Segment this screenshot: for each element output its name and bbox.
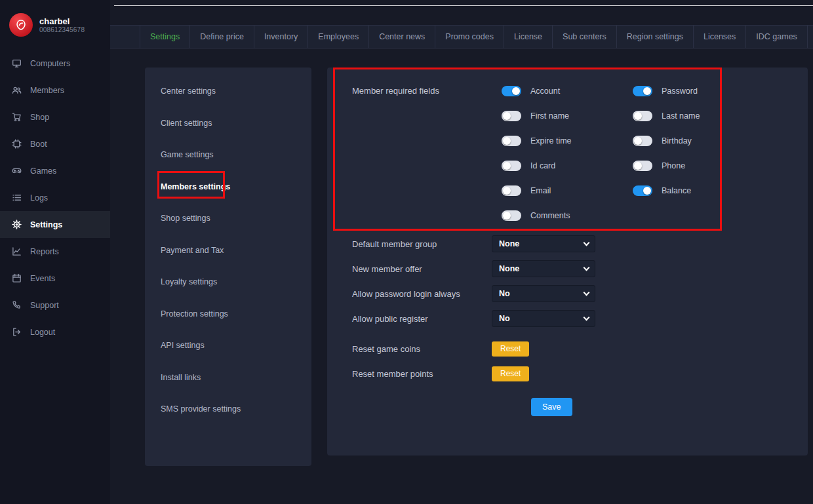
tab-label: Sub centers — [563, 32, 606, 41]
toggle-phone[interactable] — [633, 161, 652, 171]
toggle-knob — [503, 187, 511, 195]
default-member-group-select[interactable]: None — [492, 235, 595, 252]
tab-define-price[interactable]: Define price — [190, 26, 254, 48]
tab-label: Licenses — [704, 32, 736, 41]
toggle-knob — [634, 162, 642, 170]
sidebar-item-events[interactable]: Events — [0, 265, 110, 292]
toggle-password[interactable] — [633, 86, 652, 96]
sidebar-nav: Computers Members Shop Boot Games Logs — [0, 50, 110, 345]
sidebar-item-support[interactable]: Support — [0, 292, 110, 319]
settings-nav-game-settings[interactable]: Game settings — [145, 139, 311, 171]
save-row: Save — [352, 398, 808, 416]
toggle-label: Balance — [662, 186, 691, 195]
settings-nav-api-settings[interactable]: API settings — [145, 330, 311, 362]
logs-list-icon — [11, 193, 22, 203]
settings-nav-client-settings[interactable]: Client settings — [145, 107, 311, 140]
toggle-comments[interactable] — [502, 210, 521, 221]
sidebar-item-reports[interactable]: Reports — [0, 238, 110, 265]
toggle-label: Expire time — [530, 136, 572, 145]
reset-game-coins-button[interactable]: Reset — [492, 341, 529, 357]
games-gamepad-icon — [11, 166, 22, 176]
boot-chip-icon — [11, 139, 22, 149]
toggle-knob — [503, 212, 511, 220]
toggle-label: Password — [662, 87, 698, 96]
tab-idc-games[interactable]: IDC games — [746, 26, 808, 48]
members-icon — [11, 85, 22, 96]
form-row: Allow password login always No — [352, 281, 808, 306]
tab-employees[interactable]: Employees — [308, 26, 369, 48]
settings-nav-payment-and-tax[interactable]: Payment and Tax — [145, 235, 311, 267]
required-field-row: Last name — [633, 108, 764, 124]
form-row: New member offer None — [352, 256, 808, 281]
toggle-birthday[interactable] — [633, 136, 652, 146]
toggle-expire-time[interactable] — [502, 136, 521, 146]
toggle-first-name[interactable] — [502, 111, 521, 121]
sidebar-item-shop[interactable]: Shop — [0, 104, 110, 130]
settings-nav-install-links[interactable]: Install links — [145, 362, 311, 394]
sidebar-item-label: Games — [30, 166, 56, 176]
tab-license[interactable]: License — [504, 26, 553, 48]
toggle-knob — [503, 137, 511, 145]
tab-promo-codes[interactable]: Promo codes — [435, 26, 504, 48]
toggle-email[interactable] — [502, 185, 521, 196]
tab-inventory[interactable]: Inventory — [254, 26, 308, 48]
required-field-row: Comments — [502, 208, 633, 223]
new-member-offer-select[interactable]: None — [492, 260, 595, 277]
tab-region-settings[interactable]: Region settings — [617, 26, 694, 48]
tab-label: Region settings — [627, 32, 683, 41]
settings-nav-sms-provider-settings[interactable]: SMS provider settings — [145, 393, 311, 425]
tab-label: Employees — [318, 32, 359, 41]
reports-chart-icon — [11, 246, 22, 257]
form-label: Allow public register — [352, 314, 492, 324]
sidebar-item-label: Support — [30, 301, 59, 310]
toggle-account[interactable] — [502, 86, 521, 96]
tab-label: Center news — [379, 32, 425, 41]
sidebar-item-boot[interactable]: Boot — [0, 130, 110, 157]
sidebar-item-computers[interactable]: Computers — [0, 50, 110, 77]
save-button[interactable]: Save — [531, 398, 572, 416]
settings-nav-label: Members settings — [161, 182, 230, 191]
settings-nav-loyalty-settings[interactable]: Loyalty settings — [145, 266, 311, 298]
allow-public-register-select[interactable]: No — [492, 310, 595, 327]
settings-nav-label: SMS provider settings — [161, 404, 241, 414]
user-profile[interactable]: charbel 008612345678 — [0, 10, 110, 50]
toggle-label: Account — [530, 87, 560, 96]
toggle-id-card[interactable] — [502, 161, 521, 171]
required-field-row: Balance — [633, 183, 764, 199]
sidebar-item-members[interactable]: Members — [0, 77, 110, 104]
toggle-last-name[interactable] — [633, 111, 652, 121]
toggle-label: Comments — [530, 211, 570, 220]
settings-nav-members-settings[interactable]: Members settings — [145, 171, 311, 203]
tab-licenses[interactable]: Licenses — [694, 26, 746, 48]
tab-center-news[interactable]: Center news — [369, 26, 435, 48]
form-label: New member offer — [352, 264, 492, 274]
sidebar-item-label: Reports — [30, 247, 59, 256]
reset-member-points-button[interactable]: Reset — [492, 366, 529, 381]
required-field-row: First name — [502, 108, 633, 124]
toggle-balance[interactable] — [633, 185, 652, 196]
settings-nav-protection-settings[interactable]: Protection settings — [145, 298, 311, 330]
user-name: charbel — [39, 16, 85, 26]
sidebar-item-label: Boot — [30, 140, 47, 149]
sidebar-item-logs[interactable]: Logs — [0, 184, 110, 211]
settings-nav-center-settings[interactable]: Center settings — [145, 75, 311, 107]
toggle-knob — [512, 87, 520, 95]
content-area: Center settings Client settings Game set… — [110, 48, 813, 504]
tab-label: License — [514, 32, 542, 41]
settings-nav-label: Install links — [161, 373, 201, 382]
allow-password-login-select[interactable]: No — [492, 285, 595, 302]
logout-icon — [11, 327, 22, 338]
toggle-label: Birthday — [662, 136, 692, 145]
member-required-fields-label: Member required fields — [352, 83, 502, 223]
toggle-knob — [503, 112, 511, 120]
sidebar-item-games[interactable]: Games — [0, 157, 110, 184]
sidebar-item-settings[interactable]: Settings — [0, 211, 110, 238]
sidebar-item-logout[interactable]: Logout — [0, 319, 110, 345]
tab-settings[interactable]: Settings — [140, 26, 190, 48]
sidebar-item-label: Computers — [30, 59, 70, 68]
sidebar-item-label: Logs — [30, 193, 48, 203]
toggle-knob — [643, 87, 651, 95]
settings-nav-shop-settings[interactable]: Shop settings — [145, 203, 311, 235]
tab-label: IDC games — [756, 32, 797, 41]
tab-sub-centers[interactable]: Sub centers — [553, 26, 617, 48]
